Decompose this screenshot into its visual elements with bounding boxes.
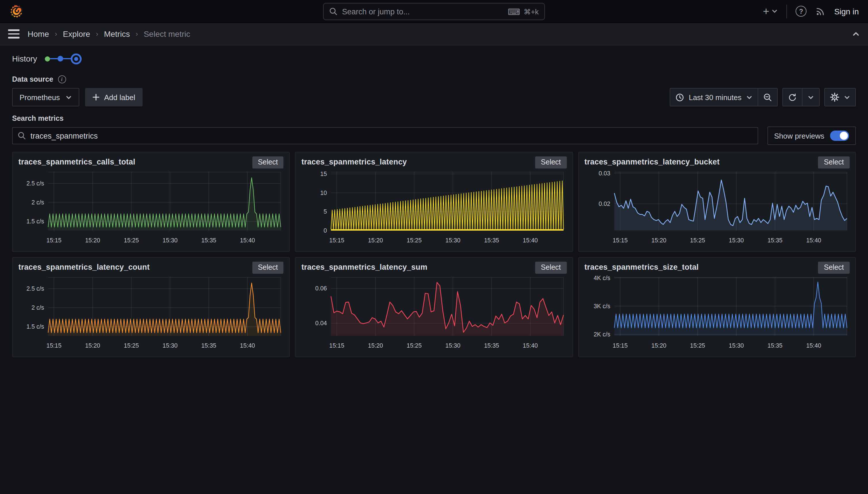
rss-icon (815, 6, 826, 16)
select-metric-button[interactable]: Select (535, 262, 567, 274)
select-metric-button[interactable]: Select (252, 262, 284, 274)
svg-text:4K c/s: 4K c/s (593, 274, 610, 282)
svg-text:15:20: 15:20 (651, 237, 666, 244)
svg-text:15:20: 15:20 (85, 342, 100, 349)
svg-text:15:35: 15:35 (767, 237, 782, 244)
metric-preview-chart: 1.5 c/s2 c/s2.5 c/s15:1515:2015:2515:301… (18, 169, 284, 248)
breadcrumb-explore[interactable]: Explore (63, 29, 90, 39)
history-steps-widget[interactable] (44, 53, 81, 64)
svg-text:0.02: 0.02 (598, 200, 610, 207)
svg-text:15:40: 15:40 (240, 237, 255, 244)
svg-text:15:35: 15:35 (201, 342, 216, 349)
breadcrumb-separator: › (55, 30, 57, 38)
sign-in-link[interactable]: Sign in (834, 6, 859, 16)
help-icon: ? (795, 6, 807, 17)
data-source-label: Data source (12, 75, 53, 83)
search-row: Show previews (12, 127, 856, 145)
select-metric-button[interactable]: Select (252, 156, 284, 169)
add-label-button[interactable]: Add label (85, 88, 142, 107)
data-source-row: Data source i (12, 75, 856, 83)
panel-header: traces_spanmetrics_size_totalSelect (584, 262, 850, 274)
svg-text:15:40: 15:40 (240, 342, 255, 349)
svg-text:2.5 c/s: 2.5 c/s (26, 285, 44, 292)
topbar-actions: + ? Sign in (763, 4, 859, 18)
zoom-out-button[interactable] (757, 89, 777, 106)
panel-header: traces_spanmetrics_latency_countSelect (18, 262, 284, 274)
data-source-value: Prometheus (20, 93, 60, 101)
panel-header: traces_spanmetrics_latency_bucketSelect (584, 156, 850, 169)
metric-panel: traces_spanmetrics_latencySelect05101515… (295, 152, 573, 252)
shortcut-text: ⌘+k (524, 7, 539, 16)
svg-text:15:20: 15:20 (85, 237, 100, 244)
svg-text:1.5 c/s: 1.5 c/s (26, 323, 44, 330)
breadcrumb-metrics[interactable]: Metrics (104, 29, 130, 39)
chevron-down-icon (808, 94, 814, 100)
svg-text:15:25: 15:25 (690, 237, 705, 244)
history-step-dot (57, 56, 63, 61)
svg-text:15:25: 15:25 (690, 342, 705, 349)
history-label: History (12, 54, 37, 63)
nav-search-shortcut: ⌨ ⌘+k (508, 7, 539, 16)
show-previews-toggle[interactable] (830, 131, 849, 141)
new-menu-button[interactable]: + (763, 6, 778, 17)
metric-panel: traces_spanmetrics_calls_totalSelect1.5 … (12, 152, 290, 252)
nav-search[interactable]: Search or jump to... ⌨ ⌘+k (323, 3, 545, 20)
panel-title: traces_spanmetrics_calls_total (18, 156, 135, 166)
svg-text:15:30: 15:30 (163, 342, 178, 349)
select-metric-button[interactable]: Select (818, 156, 850, 169)
svg-text:15:20: 15:20 (368, 342, 383, 349)
svg-text:15:15: 15:15 (329, 342, 344, 349)
news-button[interactable] (815, 6, 826, 16)
info-icon[interactable]: i (58, 75, 66, 83)
svg-text:15:35: 15:35 (484, 342, 499, 349)
svg-text:10: 10 (320, 189, 327, 196)
metric-preview-chart: 05101515:1515:2015:2515:3015:3515:40 (301, 169, 567, 248)
select-metric-button[interactable]: Select (535, 156, 567, 169)
svg-text:15:20: 15:20 (368, 237, 383, 244)
svg-text:15:15: 15:15 (612, 342, 627, 349)
refresh-group (782, 88, 820, 107)
svg-text:15:30: 15:30 (163, 237, 178, 244)
svg-text:15:25: 15:25 (407, 237, 422, 244)
svg-text:15:15: 15:15 (329, 237, 344, 244)
plus-icon (93, 94, 99, 101)
data-source-picker[interactable]: Prometheus (12, 88, 79, 107)
metric-panel: traces_spanmetrics_latency_countSelect1.… (12, 257, 290, 357)
refresh-interval-button[interactable] (802, 89, 819, 106)
svg-text:15:40: 15:40 (523, 237, 538, 244)
history-step-line (50, 58, 57, 59)
svg-text:1.5 c/s: 1.5 c/s (26, 218, 44, 225)
grafana-flame-icon (9, 4, 24, 19)
menu-toggle-button[interactable] (8, 28, 20, 40)
breadcrumb-separator: › (96, 30, 98, 38)
svg-text:15:30: 15:30 (446, 237, 460, 244)
grafana-logo[interactable] (9, 4, 24, 19)
metric-search-input[interactable] (31, 131, 752, 140)
collapse-controls-button[interactable] (852, 30, 860, 38)
svg-text:15:25: 15:25 (124, 342, 139, 349)
history-current-step (71, 53, 81, 64)
keyboard-icon: ⌨ (508, 7, 520, 16)
breadcrumb-home[interactable]: Home (27, 29, 49, 39)
panel-header: traces_spanmetrics_latencySelect (301, 156, 567, 169)
top-nav-bar: Search or jump to... ⌨ ⌘+k + ? (0, 0, 868, 23)
hamburger-icon (8, 30, 20, 31)
left-pickers: Prometheus Add label (12, 88, 143, 107)
nav-search-placeholder: Search or jump to... (342, 7, 503, 16)
select-metric-button[interactable]: Select (818, 262, 850, 274)
chevron-down-icon (771, 8, 778, 14)
svg-text:0.06: 0.06 (316, 285, 328, 292)
breadcrumb-select-metric: Select metric (144, 29, 190, 39)
time-range-picker[interactable]: Last 30 minutes (670, 89, 757, 106)
svg-text:2 c/s: 2 c/s (31, 199, 44, 206)
svg-text:5: 5 (324, 208, 328, 215)
breadcrumb-bar: Home › Explore › Metrics › Select metric (0, 23, 868, 45)
settings-button[interactable] (825, 89, 855, 106)
svg-text:15:30: 15:30 (729, 237, 744, 244)
help-button[interactable]: ? (795, 6, 807, 17)
svg-text:3K c/s: 3K c/s (593, 303, 610, 310)
refresh-button[interactable] (783, 89, 802, 106)
svg-text:15:15: 15:15 (46, 342, 61, 349)
svg-text:15:15: 15:15 (612, 237, 627, 244)
explore-metrics-content: History Data source i Prometheus (0, 52, 868, 357)
